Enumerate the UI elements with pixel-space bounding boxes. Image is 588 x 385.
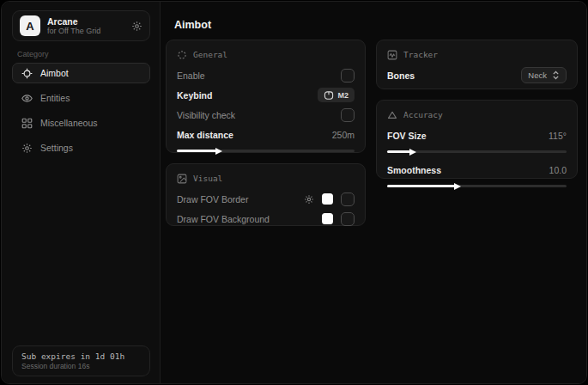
- card-title: Accuracy: [403, 110, 443, 119]
- subscription-card: Sub expires in 1d 01h Session duration 1…: [12, 345, 150, 376]
- smoothness-label: Smoothness: [387, 165, 441, 175]
- fov-border-checkbox[interactable]: [341, 192, 355, 206]
- main-content: Aimbot General Enable Keybind: [161, 2, 586, 383]
- max-distance-value: 250m: [332, 130, 355, 140]
- image-icon: [177, 174, 187, 184]
- row-fov-background: Draw FOV Background: [177, 209, 355, 229]
- sidebar-item-miscellaneous[interactable]: Miscellaneous: [12, 113, 150, 133]
- enable-checkbox[interactable]: [341, 69, 355, 82]
- visibility-label: Visibility check: [177, 110, 235, 120]
- fov-background-checkbox[interactable]: [341, 212, 355, 226]
- row-visibility-check: Visibility check: [177, 105, 355, 125]
- card-title: Visual: [193, 174, 222, 183]
- slider-fill: [177, 150, 216, 152]
- card-visual: Visual Draw FOV Border Draw FOV Backgr: [166, 163, 366, 226]
- crosshair-icon: [21, 68, 33, 79]
- fov-size-label: FOV Size: [387, 131, 427, 141]
- sidebar-item-label: Miscellaneous: [40, 118, 98, 128]
- fov-border-color-swatch[interactable]: [322, 193, 333, 205]
- mouse-icon: [324, 91, 334, 100]
- keybind-label: Keybind: [177, 90, 212, 101]
- card-general: General Enable Keybind M2: [166, 40, 366, 153]
- fov-background-color-swatch[interactable]: [322, 213, 333, 224]
- card-accuracy-header: Accuracy: [387, 108, 567, 121]
- card-title: Tracker: [403, 50, 438, 59]
- keybind-button[interactable]: M2: [318, 88, 355, 102]
- app-subtitle: for Off The Grid: [47, 27, 131, 36]
- row-fov-size: FOV Size 115°: [387, 125, 567, 145]
- sidebar-item-settings[interactable]: Settings: [12, 138, 150, 158]
- bones-selected-value: Neck: [528, 70, 547, 80]
- row-bones: Bones Neck: [387, 65, 567, 85]
- max-distance-slider[interactable]: [177, 150, 355, 152]
- row-max-distance: Max distance 250m: [177, 125, 355, 144]
- sidebar: A Arcane for Off The Grid Category: [2, 2, 161, 383]
- card-tracker: Tracker Bones Neck: [376, 40, 578, 89]
- session-duration-text: Session duration 16s: [21, 362, 141, 371]
- fov-size-value: 115°: [549, 131, 567, 141]
- card-accuracy: Accuracy FOV Size 115° Smoothness 10.0: [376, 100, 578, 179]
- sidebar-item-label: Entities: [40, 93, 70, 103]
- app-logo: A: [20, 15, 40, 36]
- fov-background-label: Draw FOV Background: [177, 214, 270, 224]
- card-title: General: [193, 50, 227, 59]
- smoothness-slider[interactable]: [387, 185, 567, 187]
- card-visual-header: Visual: [177, 172, 355, 185]
- row-enable: Enable: [177, 65, 355, 85]
- row-smoothness: Smoothness 10.0: [387, 160, 567, 180]
- keybind-value: M2: [337, 91, 349, 100]
- max-distance-label: Max distance: [177, 130, 233, 140]
- app-titles: Arcane for Off The Grid: [47, 16, 131, 36]
- app-header-card: A Arcane for Off The Grid: [12, 10, 150, 41]
- settings-gear-icon[interactable]: [131, 21, 142, 32]
- app-name: Arcane: [47, 16, 131, 27]
- sidebar-item-label: Aimbot: [40, 68, 69, 78]
- app-window: A Arcane for Off The Grid Category: [1, 1, 587, 384]
- sub-expires-text: Sub expires in 1d 01h: [21, 351, 141, 362]
- enable-label: Enable: [177, 70, 205, 81]
- row-fov-border: Draw FOV Border: [177, 189, 355, 209]
- row-keybind: Keybind M2: [177, 85, 355, 105]
- smoothness-value: 10.0: [549, 165, 567, 175]
- fov-border-label: Draw FOV Border: [177, 194, 248, 205]
- bones-label: Bones: [387, 70, 415, 81]
- grid-icon: [21, 118, 33, 129]
- card-tracker-header: Tracker: [387, 48, 567, 61]
- bones-select[interactable]: Neck: [521, 67, 567, 83]
- slider-fill: [387, 185, 455, 187]
- sidebar-nav: Aimbot Entities: [12, 63, 150, 162]
- activity-icon: [387, 50, 397, 60]
- sidebar-item-label: Settings: [40, 143, 73, 153]
- eye-icon: [21, 93, 33, 104]
- page-title: Aimbot: [174, 19, 211, 31]
- dashed-circle-icon: [177, 50, 187, 60]
- sidebar-item-aimbot[interactable]: Aimbot: [12, 63, 150, 83]
- visibility-checkbox[interactable]: [341, 108, 355, 122]
- gear-icon: [21, 143, 33, 154]
- slider-fill: [387, 150, 410, 153]
- card-general-header: General: [177, 48, 355, 61]
- fov-size-slider[interactable]: [387, 150, 567, 153]
- fov-border-gear-icon[interactable]: [304, 194, 314, 205]
- triangle-icon: [387, 110, 397, 120]
- sidebar-item-entities[interactable]: Entities: [12, 88, 150, 108]
- chevrons-up-down-icon: [552, 70, 560, 80]
- category-label: Category: [17, 50, 49, 58]
